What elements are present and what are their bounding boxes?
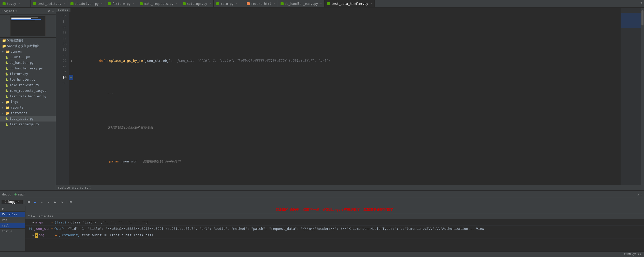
var-row-obj[interactable]: ▶ ≡ obj = {TestAudit} test_audit_01 (tes… [25,232,644,238]
process-name: main [18,193,25,196]
tab-test-data-handler[interactable]: test_data_handler.py × [325,0,375,7]
expand-arrow-icon: ▼ [2,50,5,53]
variables-section-header[interactable]: ☰ F→ Variables [25,213,644,219]
gutter-row [69,36,73,41]
settings-icon[interactable]: ⚙ [637,192,639,196]
tree-label: logs [11,100,18,104]
tree-label: test_recharge.py [10,123,39,126]
vertical-scrollbar[interactable] [641,8,644,185]
stop-button[interactable]: ⏹ [26,199,32,205]
sidebar-item-make-requests[interactable]: 🐍 make_requests.py [0,82,56,88]
tree-label: db_handler.py [10,61,34,65]
resume-button[interactable]: ▶ [52,199,58,205]
var-equals: = [51,226,53,231]
frames-button[interactable]: ⊞ [68,199,74,205]
tab-close-icon[interactable]: × [133,2,134,5]
python-file-icon: 🐍 [5,72,9,76]
status-text: CSDN @XuX？ [624,252,642,256]
var-row-args[interactable]: ▶ args = {list} <class 'list'>: ['', '',… [25,219,644,226]
tab-close-icon[interactable]: × [18,2,20,5]
tab-close-icon[interactable]: × [370,2,372,5]
sort-icon: ▼ [16,10,17,12]
code-thumbnail [10,16,46,36]
line-num: 93 [56,69,67,75]
sidebar-item-test-recharge[interactable]: 🐍 test_recharge.py [0,122,56,127]
sidebar-item-test-audit[interactable]: 🐍 test_audit.py [0,116,56,122]
var-key-obj: obj [39,233,54,238]
step-into-button[interactable]: ↘ [39,199,45,205]
tab-close-icon[interactable]: × [176,2,177,5]
hide-icon[interactable]: — [52,9,54,13]
section-expand-icon: ☰ [27,215,30,218]
sidebar-item-test-data-handler[interactable]: 🐍 test_data_handler.py [0,94,56,99]
code-line-83 [75,30,619,36]
tab-debugger[interactable]: Debugger [2,200,23,204]
tab-datadriver[interactable]: dataDriver.py × [68,0,105,7]
line-num: 86 [56,30,67,36]
debugger-tab-label: Debugger [5,200,19,204]
sidebar-item-db-handler-easy[interactable]: 🐍 db_handler_easy.py [0,66,56,71]
tab-close-icon[interactable]: × [274,2,275,5]
step-out-button[interactable]: ↗ [46,199,51,205]
code-editor[interactable]: def replace_args_by_re(json_str,obj): js… [73,8,621,185]
var-key-json-str: json_str [34,226,50,231]
sidebar-item-5455[interactable]: 📁 5455动态提取参数槽位 [0,43,56,49]
line-num: 85 [56,24,67,30]
tab-main[interactable]: main.py × [214,0,244,7]
tab-make-requests[interactable]: make_requests.py × [137,0,180,7]
tab-settings[interactable]: settings.py × [180,0,214,7]
tab-close-icon[interactable]: × [101,2,103,5]
tab-close-icon[interactable]: × [209,2,211,5]
sidebar-item-testcases[interactable]: ▼ 📂 testcases [0,110,56,116]
tab-close-icon[interactable]: × [64,2,65,5]
sidebar-item-logs[interactable]: ▶ 📁 logs [0,99,56,105]
frame-item-repl2[interactable]: repl [0,223,25,229]
gutter-row [69,24,73,30]
tab-label: fixture.py [112,2,130,6]
tree-label: reports [11,106,24,109]
gutter-row [69,64,73,69]
python-file-icon [327,2,330,5]
var-value-obj: {TestAudit} test_audit_01 (test_audit.Te… [58,233,640,238]
python-file-icon [216,2,219,5]
line-num: 92 [56,64,67,69]
sidebar-item-make-requests-easy[interactable]: 🐍 make_requests_easy.p [0,88,56,94]
tab-db-handler-easy[interactable]: db_handler_easy.py × [278,0,325,7]
tree-label: log_handler.py [10,78,35,81]
debug-message-bar: 跳到那个函数中，点击下一步，会发现args没有得到数字，就知道是正则写错了 [25,206,644,213]
scrollbar-thumb[interactable] [641,10,643,25]
sidebar-item-53[interactable]: 📁 53基础知识 [0,38,56,43]
line-content: 通过正则表达式动态的替换参数 [75,119,619,136]
tab-close-icon[interactable]: × [236,2,237,5]
sidebar-item-common[interactable]: ▼ 📂 common [0,49,56,54]
tab-te-py[interactable]: te.py × [0,0,31,7]
tab-close-icon[interactable]: × [320,2,322,5]
sidebar-item-init[interactable]: 🐍 __init__.py [0,54,56,60]
step-over-button[interactable]: ↩ [33,199,38,205]
variables-nav-tab[interactable]: Variables [0,212,25,217]
tab-fixture[interactable]: fixture.py × [105,0,137,7]
rerun-button[interactable]: ↻ [59,199,65,205]
variables-content: 跳到那个函数中，点击下一步，会发现args没有得到数字，就知道是正则写错了 ☰ … [25,206,644,251]
frame-item-test[interactable]: test_a [0,229,25,234]
sidebar-item-log-handler[interactable]: 🐍 log_handler.py [0,77,56,82]
var-expand-icon: ▶ [33,220,34,225]
line-num: 95 [56,80,67,86]
close-icon[interactable]: × [640,192,642,196]
frame-label: repl [2,218,9,222]
frame-item-repl[interactable]: repl [0,217,25,223]
tab-test-audit[interactable]: test_audit.py × [31,0,68,7]
tab-label: test_data_handler.py [331,2,368,6]
tab-report-html[interactable]: report.html × [244,0,278,7]
new-tab-button[interactable]: + [639,0,644,5]
sidebar-item-fixture[interactable]: 🐍 fixture.py [0,71,56,77]
sidebar-item-db-handler[interactable]: 🐍 db_handler.py [0,60,56,66]
python-file-icon: 🐍 [5,117,9,120]
gear-icon[interactable]: ⚙ [48,9,50,13]
tree-label: testcases [11,111,27,115]
frames-tab[interactable]: F→ [0,206,25,212]
line-num: 94 [56,75,67,80]
var-row-json-str[interactable]: 01 json_str = {str} '{"id": 1, "title": … [25,226,644,232]
sidebar-item-reports[interactable]: ▶ 📁 reports [0,105,56,110]
line-num: 84 [56,19,67,24]
